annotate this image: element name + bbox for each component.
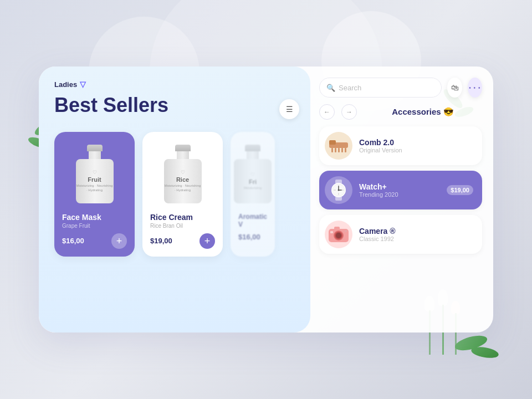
category-nav: ← → Accessories 😎 [319,104,482,120]
svg-rect-6 [329,140,336,145]
watch-price-badge: $19,00 [447,185,473,195]
nav-next-button[interactable]: → [341,104,357,120]
svg-rect-5 [345,148,346,152]
add-rice-cream-button[interactable]: + [200,233,215,249]
svg-point-22 [336,233,341,238]
product-name-face-mask: Face Mask [62,213,127,222]
watch-image-wrap [325,176,352,204]
main-card: Ladies ▽ Best Sellers ☰ ♡ Fruit [39,66,493,332]
accessory-watch[interactable]: Watch+ Trending 2020 $19,00 [319,171,482,209]
left-header: Ladies ▽ [54,80,299,89]
filter-icon: ☰ [286,105,293,114]
camera-sub: Classic 1992 [359,236,473,242]
brand-name: Ladies ▽ [54,80,86,89]
page-title: Best Sellers [54,94,168,116]
search-icon: 🔍 [326,84,335,92]
right-header: 🔍 Search 🛍 • • • [319,78,482,98]
product-image-aromatic: ♡ Fri Moisturizing [238,141,267,207]
category-title: Accessories 😎 [364,107,482,117]
camera-name: Camera ® [359,227,473,236]
svg-rect-2 [335,148,336,152]
product-sub-face-mask: Grape Fruit [62,223,127,229]
products-row: ♡ Fruit Moisturizing · Nourishing· Hydra… [54,132,299,257]
product-footer-rice-cream: $19,00 + [150,233,215,249]
svg-rect-19 [334,227,340,231]
svg-rect-4 [341,148,343,152]
svg-point-17 [338,190,340,191]
cart-icon: 🛍 [451,83,459,92]
svg-rect-1 [331,148,333,152]
right-panel: 🔍 Search 🛍 • • • ← → Accessories 😎 [310,66,493,332]
accessory-list: Comb 2.0 Original Version [319,126,482,254]
nav-prev-button[interactable]: ← [319,104,335,120]
bottle-face-mask: ♡ Fruit Moisturizing · Nourishing· Hydra… [76,145,114,203]
watch-name: Watch+ [359,182,440,191]
add-face-mask-button[interactable]: + [111,233,127,249]
product-card-face-mask[interactable]: ♡ Fruit Moisturizing · Nourishing· Hydra… [54,132,135,257]
comb-sub: Original Version [359,147,473,154]
left-panel: Ladies ▽ Best Sellers ☰ ♡ Fruit [39,66,310,332]
svg-rect-3 [338,148,340,152]
product-name-aromatic: Aromatic V [238,213,267,228]
category-label: Accessories [392,107,441,116]
camera-image-wrap [325,221,352,248]
more-button[interactable]: • • • [468,78,482,98]
product-name-rice-cream: Rice Cream [150,213,215,222]
watch-icon [327,178,350,202]
bottle-aromatic: ♡ Fri Moisturizing [234,145,272,203]
svg-point-24 [345,230,347,232]
product-card-rice-cream[interactable]: ♡ Rice Moisturizing · Nourishing· Hydrat… [142,132,223,257]
product-footer-aromatic: $16,00 [238,233,267,241]
watch-info: Watch+ Trending 2020 [359,182,440,198]
filter-button[interactable]: ☰ [279,99,299,119]
camera-icon [326,223,351,245]
search-placeholder: Search [339,84,361,92]
category-emoji: 😎 [443,107,454,116]
product-footer-face-mask: $16,00 + [62,233,127,249]
comb-icon [328,138,349,154]
product-image-face-mask: ♡ Fruit Moisturizing · Nourishing· Hydra… [62,141,127,207]
leaf-bottom-2 [470,345,499,360]
product-sub-rice-cream: Rice Bran Oil [150,223,215,229]
bottle-rice-cream: ♡ Rice Moisturizing · Nourishing· Hydrat… [164,145,202,203]
product-price-aromatic: $16,00 [238,233,260,241]
watch-sub: Trending 2020 [359,191,440,198]
comb-name: Comb 2.0 [359,138,473,147]
product-image-rice-cream: ♡ Rice Moisturizing · Nourishing· Hydrat… [150,141,215,207]
camera-info: Camera ® Classic 1992 [359,227,473,242]
brand-label: Ladies [54,80,77,89]
search-bar[interactable]: 🔍 Search [319,78,442,98]
comb-info: Comb 2.0 Original Version [359,138,473,154]
accessory-comb[interactable]: Comb 2.0 Original Version [319,126,482,165]
svg-rect-23 [330,231,333,233]
comb-image-wrap [325,132,352,160]
brand-icon: ▽ [80,80,86,89]
product-card-aromatic: ♡ Fri Moisturizing Aromatic V $16,00 [231,132,275,257]
accessory-camera[interactable]: Camera ® Classic 1992 [319,215,482,254]
product-price-face-mask: $16,00 [62,237,84,245]
product-price-rice-cream: $19,00 [150,237,172,245]
cart-button[interactable]: 🛍 [447,78,462,98]
more-icon: • • • [469,85,480,91]
